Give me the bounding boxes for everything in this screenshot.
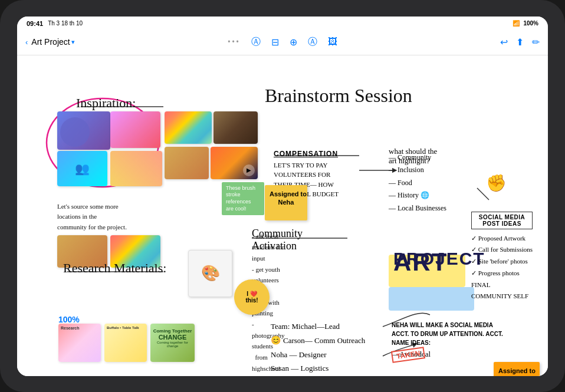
love-bubble[interactable]: I ❤️ this! bbox=[234, 279, 270, 315]
photo-1[interactable] bbox=[57, 111, 110, 150]
day-info: Th 3 18 th 10 bbox=[48, 20, 83, 27]
fist-icon: ✊ bbox=[486, 173, 507, 193]
share-icon[interactable]: ⬆ bbox=[516, 37, 524, 48]
back-button[interactable]: ‹ bbox=[25, 38, 28, 47]
compensation-title: COMPENSATION bbox=[274, 150, 350, 158]
social-media-title: SOCIAL MEDIAPOST IDEAS bbox=[471, 212, 533, 229]
text-format-icon[interactable]: Ⓐ bbox=[308, 36, 317, 48]
add-tool-icon[interactable]: ⊕ bbox=[290, 37, 297, 48]
undo-icon[interactable]: ↩ bbox=[500, 37, 508, 48]
photo-8[interactable]: ▶ bbox=[211, 147, 258, 179]
toolbar-left: ‹ Art Project ▾ bbox=[25, 37, 151, 47]
device-frame: 09:41 Th 3 18 th 10 📶 100% ‹ Art Project… bbox=[0, 0, 565, 392]
inspiration-title: Inspiration: bbox=[76, 95, 136, 111]
time: 09:41 bbox=[27, 20, 43, 27]
toolbar-dots: ••• bbox=[228, 38, 241, 46]
battery-indicator: 100% bbox=[523, 20, 538, 27]
stroke-note[interactable]: These brush stroke references are cool! bbox=[222, 182, 264, 216]
back-chevron-icon: ‹ bbox=[25, 38, 28, 47]
media-insert-icon[interactable]: 🖼 bbox=[328, 37, 337, 47]
wifi-icon: 📶 bbox=[513, 20, 520, 27]
book-change[interactable]: Coming Together CHANGE Coming together f… bbox=[150, 324, 195, 362]
screen: 09:41 Th 3 18 th 10 📶 100% ‹ Art Project… bbox=[17, 17, 548, 376]
zoom-label: 100% bbox=[58, 315, 80, 324]
brainstorm-title: Brainstorm Session bbox=[265, 85, 412, 107]
toolbar-right: ↩ ⬆ ✏ bbox=[414, 37, 540, 48]
love-text: I ❤️ bbox=[247, 291, 257, 297]
source-text: Let's source some more locations in the … bbox=[57, 202, 128, 233]
book-1[interactable]: Research bbox=[58, 324, 101, 362]
team-section: Team: Michael—Lead 😊 Carson— Comm Outrea… bbox=[271, 319, 365, 376]
neha-note-section: NEHA WILL MAKE A SOCIAL MEDIA ACCT. TO D… bbox=[392, 321, 507, 361]
text-tool-icon[interactable]: ⊟ bbox=[271, 37, 279, 48]
highlight-section: what should the art highlight? — Communi… bbox=[389, 147, 446, 215]
edit-icon[interactable]: ✏ bbox=[532, 37, 540, 48]
book-2[interactable]: Buffalo • Table Talk bbox=[104, 324, 147, 362]
highlight-question: what should the art highlight? bbox=[389, 147, 446, 166]
photo-7[interactable] bbox=[165, 147, 209, 179]
status-right: 📶 100% bbox=[513, 20, 538, 27]
toolbar: ‹ Art Project ▾ ••• Ⓐ ⊟ ⊕ Ⓐ 🖼 ↩ ⬆ ✏ bbox=[17, 29, 548, 55]
sketch-item[interactable]: 🎨 bbox=[188, 250, 232, 297]
status-bar: 09:41 Th 3 18 th 10 📶 100% bbox=[17, 17, 548, 29]
sticky-danny[interactable]: Assigned to Danny bbox=[494, 362, 540, 376]
sticky-neha[interactable]: Assigned to Neha bbox=[265, 185, 307, 220]
pencil-tool-icon[interactable]: Ⓐ bbox=[251, 36, 261, 48]
canvas-area[interactable]: Inspiration: 👥 ▶ These brush stroke refe… bbox=[17, 55, 548, 376]
blue-highlight bbox=[389, 287, 474, 311]
status-left: 09:41 Th 3 18 th 10 bbox=[27, 20, 83, 27]
document-title[interactable]: Art Project ▾ bbox=[31, 37, 74, 47]
social-media-section: SOCIAL MEDIAPOST IDEAS ✓ Proposed Artwor… bbox=[471, 212, 533, 303]
photo-5[interactable] bbox=[165, 111, 212, 144]
toolbar-center: ••• Ⓐ ⊟ ⊕ Ⓐ 🖼 bbox=[157, 36, 408, 48]
research-title: Research Materials: bbox=[63, 261, 166, 276]
neha-note: NEHA WILL MAKE A SOCIAL MEDIA ACCT. TO D… bbox=[392, 321, 507, 347]
social-media-list: ✓ Proposed Artwork ✓ Call for Submission… bbox=[471, 233, 533, 303]
photo-3[interactable]: 👥 bbox=[57, 151, 107, 186]
photo-2[interactable] bbox=[110, 111, 160, 148]
photo-4[interactable] bbox=[110, 151, 162, 186]
photo-6[interactable] bbox=[213, 111, 258, 144]
